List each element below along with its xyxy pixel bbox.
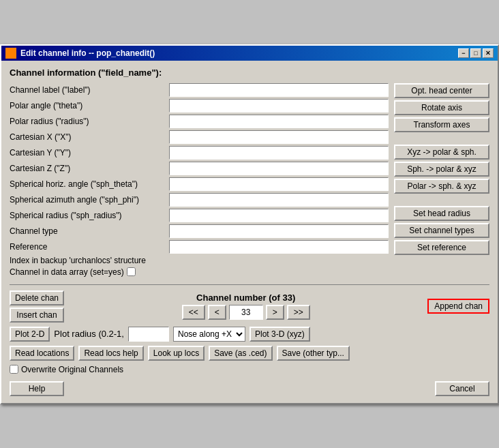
xyz-polar-sph-button[interactable]: Xyz -> polar & sph.: [394, 145, 489, 160]
field-label-1: Polar angle ("theta"): [10, 101, 166, 110]
field-label-10: Reference: [10, 242, 166, 252]
plot-2d-button[interactable]: Plot 2-D: [10, 327, 50, 342]
next-button[interactable]: >: [266, 305, 284, 320]
field-input-1[interactable]: [169, 99, 389, 113]
set-reference-button[interactable]: Set reference: [394, 240, 489, 255]
field-label-6: Spherical horiz. angle ("sph_theta"): [10, 179, 166, 189]
channel-nav-row: Delete chan Insert chan Channel number (…: [10, 290, 489, 323]
field-row-z: Cartesian Z ("Z"): [10, 162, 389, 175]
field-row-label: Channel label ("label"): [10, 83, 389, 97]
main-area: Channel label ("label") Polar angle ("th…: [10, 83, 489, 279]
section-title: Channel information ("field_name"):: [10, 68, 489, 78]
overwrite-row: Overwrite Original Channels: [10, 365, 489, 374]
minimize-button[interactable]: −: [458, 48, 469, 58]
field-input-3[interactable]: [169, 130, 389, 144]
read-locations-button[interactable]: Read locations: [10, 346, 74, 361]
overwrite-label: Overwrite Original Channels: [21, 365, 123, 374]
field-row-radius: Polar radius ("radius"): [10, 115, 389, 128]
field-label-4: Cartesian Y ("Y"): [10, 148, 166, 158]
full-bottom: Delete chan Insert chan Channel number (…: [10, 290, 489, 396]
field-input-2[interactable]: [169, 115, 389, 128]
overwrite-checkbox[interactable]: [10, 365, 18, 374]
field-input-6[interactable]: [169, 177, 389, 191]
fields-section: Channel label ("label") Polar angle ("th…: [10, 83, 389, 279]
sph-polar-xyz-button[interactable]: Sph. -> polar & xyz: [394, 162, 489, 177]
next-next-button[interactable]: >>: [287, 305, 310, 320]
title-controls: − □ ✕: [458, 48, 494, 58]
prev-prev-button[interactable]: <<: [182, 305, 205, 320]
content-area: Channel information ("field_name"): Chan…: [1, 61, 498, 403]
append-chan-button[interactable]: Append chan: [427, 299, 489, 314]
field-input-5[interactable]: [169, 162, 389, 175]
field-input-10[interactable]: [169, 240, 389, 254]
field-input-0[interactable]: [169, 83, 389, 97]
channel-in-data-checkbox[interactable]: [127, 267, 136, 276]
prev-button[interactable]: <: [208, 305, 226, 320]
help-button[interactable]: Help: [10, 381, 64, 396]
look-up-locs-button[interactable]: Look up locs: [148, 346, 205, 361]
title-bar-left: Edit channel info -- pop_chanedit(): [5, 48, 155, 59]
action-row: Read locations Read locs help Look up lo…: [10, 346, 489, 361]
field-row-reference: Reference: [10, 240, 389, 254]
title-bar: Edit channel info -- pop_chanedit() − □ …: [1, 46, 498, 61]
opt-head-center-button[interactable]: Opt. head center: [394, 83, 489, 98]
cancel-button[interactable]: Cancel: [435, 381, 489, 396]
field-input-9[interactable]: [169, 224, 389, 238]
channel-number-title: Channel number (of 33): [196, 293, 295, 303]
field-label-3: Cartesian X ("X"): [10, 132, 166, 142]
plot-row: Plot 2-D Plot radius (0.2-1, Nose along …: [10, 327, 489, 342]
divider-1: [10, 284, 489, 285]
button-group-3: Set head radius Set channel types Set re…: [394, 206, 489, 255]
field-row-x: Cartesian X ("X"): [10, 130, 389, 144]
field-row-sph-theta: Spherical horiz. angle ("sph_theta"): [10, 177, 389, 191]
read-locs-help-button[interactable]: Read locs help: [78, 346, 143, 361]
del-ins-group: Delete chan Insert chan: [10, 290, 64, 323]
delete-chan-button[interactable]: Delete chan: [10, 290, 64, 305]
maximize-button[interactable]: □: [470, 48, 481, 58]
field-label-8: Spherical radius ("sph_radius"): [10, 211, 166, 220]
transform-axes-button[interactable]: Transform axes: [394, 117, 489, 132]
set-channel-types-button[interactable]: Set channel types: [394, 223, 489, 238]
field-input-7[interactable]: [169, 193, 389, 207]
nose-direction-select[interactable]: Nose along +X Nose along +Y Nose along +…: [173, 327, 245, 342]
footer-row: Help Cancel: [10, 381, 489, 396]
field-row-sph-radius: Spherical radius ("sph_radius"): [10, 209, 389, 222]
checkbox-row-0: Channel in data array (set=yes): [10, 267, 389, 277]
field-label-2: Polar radius ("radius"): [10, 117, 166, 126]
plot-3d-button[interactable]: Plot 3-D (xyz): [250, 327, 310, 342]
field-row-theta: Polar angle ("theta"): [10, 99, 389, 113]
button-group-2: Xyz -> polar & sph. Sph. -> polar & xyz …: [394, 145, 489, 194]
nav-controls: << < > >>: [182, 305, 310, 320]
channel-number-group: Channel number (of 33) << < > >>: [68, 293, 423, 320]
window-title: Edit channel info -- pop_chanedit(): [20, 48, 155, 58]
field-row-y: Cartesian Y ("Y"): [10, 146, 389, 160]
no-input-label-1: Channel in data array (set=yes): [10, 267, 124, 277]
field-label-7: Spherical azimuth angle ("sph_phi"): [10, 195, 166, 205]
button-group-1: Opt. head center Rotate axis Transform a…: [394, 83, 489, 132]
no-input-row-0: Index in backup 'urchanlocs' structure: [10, 256, 389, 265]
field-input-8[interactable]: [169, 209, 389, 222]
close-button[interactable]: ✕: [483, 48, 494, 58]
field-input-4[interactable]: [169, 146, 389, 160]
field-row-chan-type: Channel type: [10, 224, 389, 238]
field-row-sph-phi: Spherical azimuth angle ("sph_phi"): [10, 193, 389, 207]
field-label-0: Channel label ("label"): [10, 85, 166, 95]
set-head-radius-button[interactable]: Set head radius: [394, 206, 489, 221]
field-label-9: Channel type: [10, 226, 166, 236]
insert-chan-button[interactable]: Insert chan: [10, 308, 64, 323]
save-ced-button[interactable]: Save (as .ced): [209, 346, 272, 361]
polar-sph-xyz-button[interactable]: Polar -> sph. & xyz: [394, 179, 489, 194]
main-window: Edit channel info -- pop_chanedit() − □ …: [0, 44, 499, 404]
field-label-5: Cartesian Z ("Z"): [10, 164, 166, 173]
plot-radius-label: Plot radius (0.2-1,: [54, 329, 124, 339]
buttons-section: Opt. head center Rotate axis Transform a…: [394, 83, 489, 279]
app-icon: [5, 48, 16, 59]
no-input-label-0: Index in backup 'urchanlocs' structure: [10, 256, 146, 265]
rotate-axis-button[interactable]: Rotate axis: [394, 100, 489, 115]
plot-radius-input[interactable]: [128, 327, 169, 342]
save-other-button[interactable]: Save (other typ...: [277, 346, 350, 361]
channel-number-input[interactable]: [229, 305, 263, 320]
